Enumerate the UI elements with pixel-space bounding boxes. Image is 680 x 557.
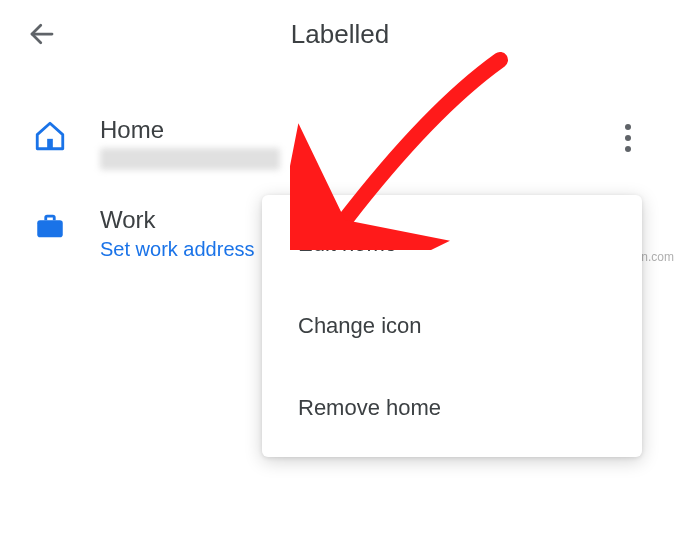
- home-icon: [30, 116, 70, 156]
- svg-rect-1: [47, 139, 53, 149]
- menu-item-change-icon[interactable]: Change icon: [262, 285, 642, 367]
- list-item-body: Home: [70, 116, 606, 170]
- home-address-redacted: [100, 148, 280, 170]
- work-icon: [30, 206, 70, 246]
- more-vert-icon: [625, 124, 631, 152]
- menu-item-remove-home[interactable]: Remove home: [262, 367, 642, 449]
- list-item-home[interactable]: Home: [20, 98, 660, 188]
- page-title: Labelled: [20, 19, 660, 50]
- menu-item-edit-home[interactable]: Edit home: [262, 203, 642, 285]
- list-item-title: Home: [100, 116, 606, 144]
- context-menu: Edit home Change icon Remove home: [262, 195, 642, 457]
- svg-rect-2: [37, 220, 63, 237]
- more-options-button[interactable]: [606, 116, 650, 160]
- header-bar: Labelled: [0, 0, 680, 68]
